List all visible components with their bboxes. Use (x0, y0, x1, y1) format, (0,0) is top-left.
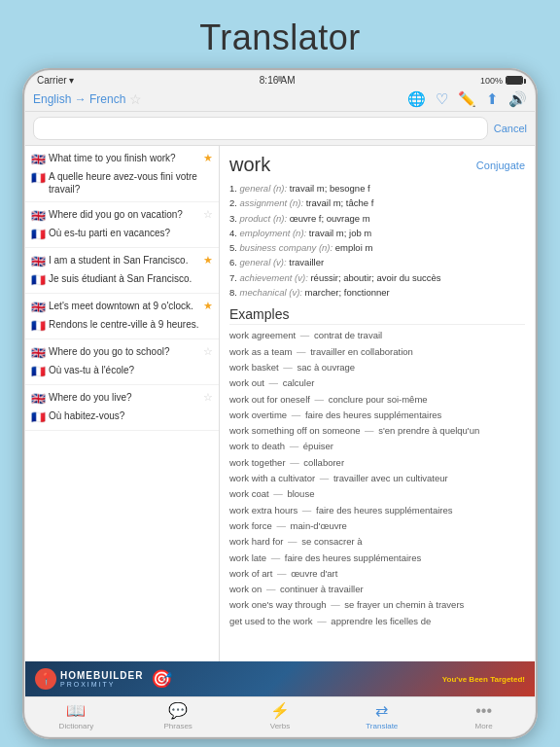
favorite-star-icon[interactable]: ☆ (129, 91, 142, 107)
ad-logo-icon: 📍 (35, 668, 56, 690)
uk-flag-2: 🇬🇧 (31, 209, 46, 223)
uk-flag-4: 🇬🇧 (31, 301, 46, 314)
phrase-star-3[interactable]: ★ (203, 254, 213, 267)
phrase-star-4[interactable]: ★ (203, 300, 213, 312)
phrase-fr-6: 🇫🇷 Où habitez-vous? (31, 408, 213, 426)
phrase-group-1[interactable]: 🇬🇧 What time to you finish work? ★ 🇫🇷 A … (25, 146, 219, 202)
top-bar: English → French ☆ 🌐 ♡ ✏️ ⬆ 🔊 (25, 88, 535, 112)
def-6: 6. general (v): travailler (229, 256, 525, 268)
conjugate-link[interactable]: Conjugate (476, 160, 525, 171)
phrase-group-3[interactable]: 🇬🇧 I am a student in San Francisco. ★ 🇫🇷… (25, 248, 219, 294)
speaker-icon[interactable]: 🔊 (508, 90, 527, 108)
example-19: get used to the work — apprendre les fic… (229, 615, 525, 627)
phrase-fr-4: 🇫🇷 Rendons le centre-ville à 9 heures. (31, 316, 213, 335)
phrase-en-6: 🇬🇧 Where do you live? ☆ (31, 389, 213, 408)
nav-item-verbs[interactable]: ⚡ Verbs (229, 701, 332, 730)
example-4: work out — calculer (229, 376, 525, 389)
example-3: work basket — sac à ouvrage (229, 361, 525, 374)
verbs-nav-label: Verbs (270, 722, 290, 730)
phrase-text-fr-2: Où es-tu parti en vacances? (49, 227, 213, 239)
examples-title: Examples (229, 306, 525, 325)
share-icon[interactable]: ⬆ (486, 90, 499, 108)
bottom-nav: 📖 Dictionary 💬 Phrases ⚡ Verbs ⇄ Transla… (25, 696, 535, 736)
def-8: 8. mechanical (v): marcher; fonctionner (229, 286, 525, 299)
example-6: work overtime — faire des heures supplém… (229, 409, 525, 421)
example-11: work coat — blouse (229, 487, 525, 500)
example-14: work hard for — se consacrer à (229, 535, 525, 548)
fr-flag-6: 🇫🇷 (31, 410, 46, 424)
phrases-nav-label: Phrases (164, 722, 192, 730)
phrase-group-5[interactable]: 🇬🇧 Where do you go to school? ☆ 🇫🇷 Où va… (25, 339, 219, 385)
phrase-text-en-4: Let's meet downtown at 9 o'clock. (49, 300, 200, 312)
phrase-text-fr-1: A quelle heure avez-vous fini votre trav… (49, 170, 213, 196)
example-16: work of art — œuvre d'art (229, 567, 525, 580)
phrase-star-6[interactable]: ☆ (203, 391, 213, 404)
ad-banner[interactable]: 📍 HOMEBUILDER PROXIMITY 🎯 You've Been Ta… (25, 661, 535, 696)
def-3: 3. product (n): œuvre f; ouvrage m (229, 212, 525, 225)
more-nav-label: More (474, 722, 492, 730)
phrase-list: 🇬🇧 What time to you finish work? ★ 🇫🇷 A … (25, 146, 220, 661)
example-18: work one's way through — se frayer un ch… (229, 598, 525, 611)
pencil-icon[interactable]: ✏️ (458, 90, 476, 108)
battery-icon (506, 76, 523, 85)
more-nav-icon: ••• (475, 702, 492, 720)
heart-icon[interactable]: ♡ (436, 90, 448, 108)
ad-logo: 📍 HOMEBUILDER PROXIMITY (35, 668, 143, 690)
def-7: 7. achievement (v): réussir; aboutir; av… (229, 271, 525, 284)
example-17: work on — continuer à travailler (229, 583, 525, 595)
example-13: work force — main-d'œuvre (229, 519, 525, 532)
example-2: work as a team — travailler en collabora… (229, 345, 525, 358)
phrase-en-4: 🇬🇧 Let's meet downtown at 9 o'clock. ★ (31, 298, 213, 316)
phrase-group-2[interactable]: 🇬🇧 Where did you go on vacation? ☆ 🇫🇷 Où… (25, 202, 219, 248)
nav-item-more[interactable]: ••• More (433, 702, 535, 730)
fr-flag-2: 🇫🇷 (31, 228, 46, 241)
phrase-star-5[interactable]: ☆ (203, 345, 213, 358)
dictionary-panel: work Conjugate 1. general (n): travail m… (220, 146, 535, 661)
ad-subtitle: PROXIMITY (60, 681, 143, 688)
dictionary-nav-label: Dictionary (59, 722, 94, 730)
nav-item-dictionary[interactable]: 📖 Dictionary (25, 701, 127, 730)
phrase-star-1[interactable]: ★ (203, 152, 213, 164)
uk-flag-3: 🇬🇧 (31, 255, 46, 268)
dictionary-nav-icon: 📖 (66, 701, 86, 720)
nav-item-phrases[interactable]: 💬 Phrases (127, 701, 229, 730)
globe-icon[interactable]: 🌐 (407, 90, 426, 108)
cancel-button[interactable]: Cancel (494, 123, 527, 134)
top-icon-group: 🌐 ♡ ✏️ ⬆ 🔊 (407, 90, 527, 108)
def-4: 4. employment (n): travail m; job m (229, 227, 525, 239)
uk-flag-6: 🇬🇧 (31, 392, 46, 406)
example-9: work together — collaborer (229, 456, 525, 469)
phrase-group-4[interactable]: 🇬🇧 Let's meet downtown at 9 o'clock. ★ 🇫… (25, 294, 219, 339)
device-inner: Carrier ▾ 8:16 AM 100% English → French … (25, 71, 535, 736)
phrase-star-2[interactable]: ☆ (203, 208, 213, 221)
fr-flag-1: 🇫🇷 (31, 171, 46, 185)
phrase-text-en-1: What time to you finish work? (49, 152, 200, 164)
uk-flag-5: 🇬🇧 (31, 346, 46, 360)
phrase-group-6[interactable]: 🇬🇧 Where do you live? ☆ 🇫🇷 Où habitez-vo… (25, 385, 219, 431)
translate-nav-icon: ⇄ (375, 701, 388, 720)
def-5: 5. business company (n): emploi m (229, 241, 525, 254)
phrase-text-en-5: Where do you go to school? (49, 345, 200, 358)
nav-item-translate[interactable]: ⇄ Translate (331, 701, 433, 730)
battery-area: 100% (480, 76, 523, 86)
battery-fill (507, 77, 522, 84)
definition-list: 1. general (n): travail m; besogne f 2. … (229, 182, 525, 299)
phrase-text-en-2: Where did you go on vacation? (49, 208, 200, 221)
phrase-fr-3: 🇫🇷 Je suis étudiant à San Francisco. (31, 270, 213, 289)
phrase-en-1: 🇬🇧 What time to you finish work? ★ (31, 150, 213, 168)
language-label: English → French (33, 92, 125, 106)
device-frame: Carrier ▾ 8:16 AM 100% English → French … (22, 68, 538, 739)
home-dot (277, 76, 283, 82)
phrase-fr-2: 🇫🇷 Où es-tu parti en vacances? (31, 225, 213, 243)
phrase-fr-5: 🇫🇷 Où vas-tu à l'école? (31, 362, 213, 380)
example-7: work something off on someone — s'en pre… (229, 424, 525, 437)
phrase-text-fr-5: Où vas-tu à l'école? (49, 364, 213, 376)
example-1: work agreement — contrat de travail (229, 329, 525, 341)
phrases-nav-icon: 💬 (168, 701, 188, 720)
search-input[interactable] (33, 117, 488, 140)
language-selector[interactable]: English → French ☆ (33, 91, 407, 107)
battery-percent: 100% (480, 76, 503, 86)
phrase-text-fr-6: Où habitez-vous? (49, 409, 213, 422)
main-content: 🇬🇧 What time to you finish work? ★ 🇫🇷 A … (25, 146, 535, 661)
ad-camera-icon: 🎯 (151, 668, 172, 690)
